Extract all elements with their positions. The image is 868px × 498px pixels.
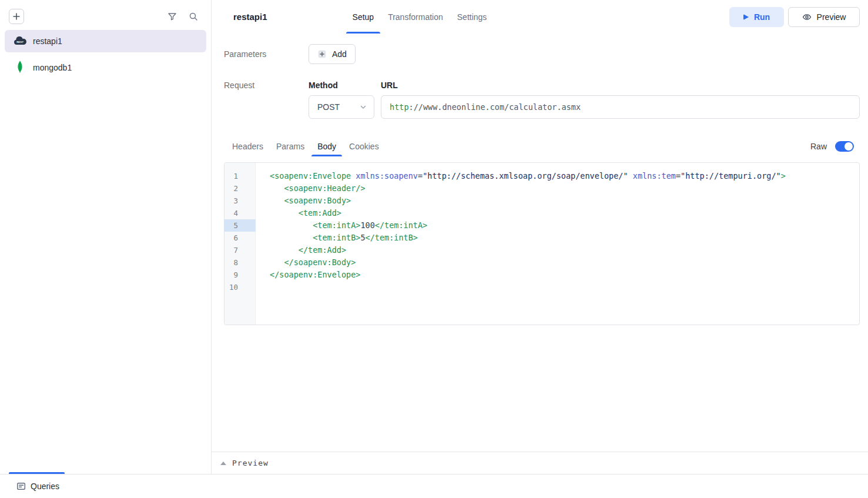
- line-number[interactable]: 9: [224, 269, 256, 281]
- code-line[interactable]: 3 <soapenv:Body>: [224, 195, 859, 207]
- svg-text:REST: REST: [16, 41, 24, 44]
- eye-icon: [802, 12, 812, 22]
- header-actions: Run Preview: [729, 7, 860, 27]
- code-line-text: </soapenv:Envelope>: [256, 269, 360, 281]
- mongodb-icon: [13, 59, 27, 76]
- url-label: URL: [381, 79, 860, 91]
- code-line[interactable]: 2 <soapenv:Header/>: [224, 182, 859, 195]
- run-button[interactable]: Run: [729, 7, 784, 27]
- parameters-label: Parameters: [224, 48, 309, 60]
- queries-tab-label: Queries: [31, 482, 59, 491]
- code-line-text: <soapenv:Envelope xmlns:soapenv="http://…: [256, 170, 786, 182]
- sidebar-item-mongodb1[interactable]: mongodb1: [5, 56, 206, 79]
- add-button-label: Add: [332, 49, 347, 59]
- tab-params[interactable]: Params: [270, 136, 310, 156]
- tab-setup[interactable]: Setup: [346, 0, 381, 34]
- request-label: Request: [224, 79, 309, 91]
- filter-icon[interactable]: [167, 12, 177, 21]
- tab-headers[interactable]: Headers: [226, 136, 269, 156]
- code-line-text: [256, 281, 270, 293]
- code-line-text: <tem:intA>100</tem:intA>: [256, 219, 427, 232]
- run-button-label: Run: [754, 12, 770, 22]
- code-line-text: <soapenv:Header/>: [256, 182, 366, 195]
- method-field: Method POST: [309, 79, 374, 119]
- code-line[interactable]: 5 <tem:intA>100</tem:intA>: [224, 219, 859, 232]
- request-config-tabs: Headers Params Body Cookies: [226, 136, 385, 156]
- raw-label: Raw: [810, 142, 827, 151]
- code-line[interactable]: 8 </soapenv:Body>: [224, 256, 859, 269]
- code-line[interactable]: 10: [224, 281, 859, 293]
- line-number[interactable]: 7: [224, 244, 256, 256]
- tab-cookies[interactable]: Cookies: [343, 136, 385, 156]
- expand-up-icon: [220, 462, 226, 465]
- code-line[interactable]: 6 <tem:intB>5</tem:intB>: [224, 232, 859, 244]
- tab-body[interactable]: Body: [311, 136, 342, 156]
- queries-tab-active-indicator: [9, 472, 65, 474]
- code-line-text: </soapenv:Body>: [256, 256, 356, 269]
- main-panel: restapi1 Setup Transformation Settings R…: [212, 0, 868, 474]
- plus-icon: [12, 12, 21, 21]
- line-number[interactable]: 8: [224, 256, 256, 269]
- plus-square-icon: [317, 49, 327, 59]
- method-label: Method: [309, 79, 374, 91]
- request-row: Request Method POST URL http://www.dneon…: [224, 79, 860, 119]
- request-config-tabs-row: Headers Params Body Cookies Raw: [224, 136, 860, 156]
- raw-toggle-group: Raw: [810, 141, 860, 152]
- preview-button[interactable]: Preview: [788, 7, 860, 27]
- main-row: REST restapi1 mongodb1 restapi1 Setup: [0, 0, 868, 474]
- play-icon: [743, 14, 749, 20]
- rest-api-icon: REST: [13, 33, 27, 49]
- sidebar-item-restapi1[interactable]: REST restapi1: [5, 30, 206, 52]
- sidebar-toolbar-icons: [167, 12, 198, 21]
- code-line-text: <soapenv:Body>: [256, 195, 351, 207]
- code-line[interactable]: 9</soapenv:Envelope>: [224, 269, 859, 281]
- header-tabs: Setup Transformation Settings: [346, 0, 494, 34]
- line-number[interactable]: 1: [224, 170, 256, 182]
- line-number[interactable]: 5: [224, 219, 256, 232]
- main-header: restapi1 Setup Transformation Settings R…: [212, 0, 868, 34]
- sidebar: REST restapi1 mongodb1: [0, 0, 212, 474]
- code-line[interactable]: 7 </tem:Add>: [224, 244, 859, 256]
- bottom-bar: Queries: [0, 474, 868, 498]
- line-number[interactable]: 4: [224, 207, 256, 219]
- code-line-text: <tem:intB>5</tem:intB>: [256, 232, 418, 244]
- query-item-label: restapi1: [33, 36, 62, 46]
- preview-panel-label: Preview: [232, 459, 269, 467]
- search-icon[interactable]: [189, 12, 198, 21]
- raw-toggle[interactable]: [835, 141, 854, 152]
- sidebar-toolbar: [0, 0, 211, 24]
- code-line[interactable]: 1<soapenv:Envelope xmlns:soapenv="http:/…: [224, 170, 859, 182]
- tab-transformation[interactable]: Transformation: [381, 0, 450, 34]
- parameters-row: Parameters Add: [224, 44, 860, 64]
- new-query-button[interactable]: [9, 9, 24, 24]
- method-select[interactable]: POST: [309, 95, 374, 119]
- add-parameter-button[interactable]: Add: [309, 44, 356, 64]
- tab-settings[interactable]: Settings: [451, 0, 494, 34]
- code-line-text: </tem:Add>: [256, 244, 346, 256]
- url-rest: ://www.dneonline.com/calculator.asmx: [409, 102, 581, 112]
- queries-tab[interactable]: Queries: [16, 482, 59, 491]
- chevron-down-icon: [360, 103, 367, 111]
- body-code-editor[interactable]: 1<soapenv:Envelope xmlns:soapenv="http:/…: [224, 162, 860, 325]
- preview-panel-toggle[interactable]: Preview: [212, 452, 868, 474]
- toggle-knob: [844, 142, 853, 151]
- code-line-text: <tem:Add>: [256, 207, 341, 219]
- editor-lines: 1<soapenv:Envelope xmlns:soapenv="http:/…: [224, 163, 859, 293]
- setup-content: Parameters Add Request Method POST: [212, 34, 868, 452]
- line-number[interactable]: 6: [224, 232, 256, 244]
- method-value: POST: [317, 102, 340, 112]
- query-item-label: mongodb1: [33, 63, 72, 72]
- line-number[interactable]: 2: [224, 182, 256, 195]
- query-title: restapi1: [233, 12, 267, 22]
- line-number[interactable]: 10: [224, 281, 256, 293]
- preview-button-label: Preview: [817, 12, 846, 22]
- query-list: REST restapi1 mongodb1: [0, 24, 211, 79]
- code-line[interactable]: 4 <tem:Add>: [224, 207, 859, 219]
- url-scheme: http: [390, 102, 409, 112]
- url-input[interactable]: http://www.dneonline.com/calculator.asmx: [381, 95, 860, 119]
- queries-icon: [16, 482, 26, 491]
- app-root: REST restapi1 mongodb1 restapi1 Setup: [0, 0, 868, 498]
- line-number[interactable]: 3: [224, 195, 256, 207]
- url-field: URL http://www.dneonline.com/calculator.…: [381, 79, 860, 119]
